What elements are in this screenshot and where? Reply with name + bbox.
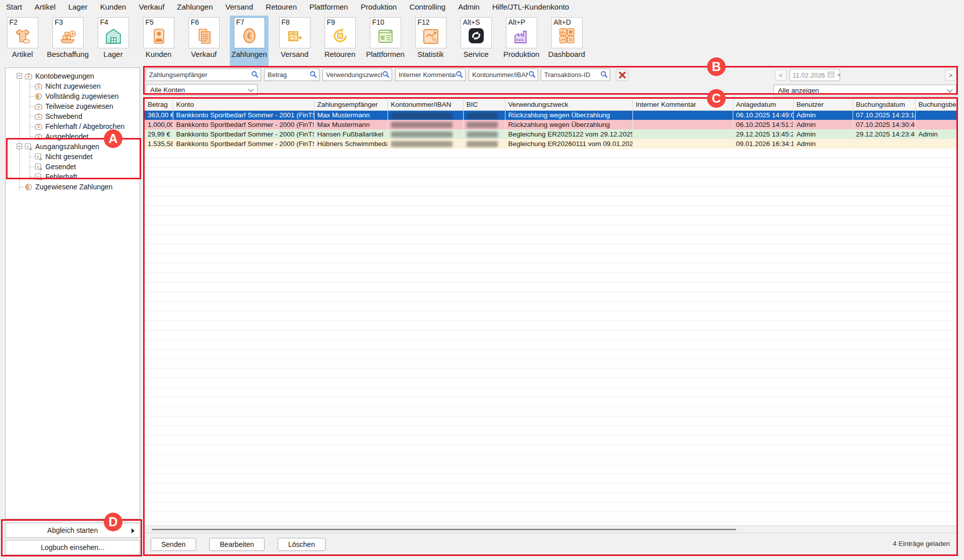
cell-purpose: Rückzahlung wegen Überzahlung	[505, 120, 632, 129]
date-next-button[interactable]: >	[945, 69, 956, 81]
column-header-benutzer[interactable]: Benutzer	[793, 99, 853, 110]
sidebar-item-gesendet[interactable]: €Gesendet	[6, 162, 140, 172]
sidebar-actions: Abgleich startenLogbuch einsehen...	[5, 523, 140, 557]
table-row[interactable]: 363,00 €Bankkonto Sportbedarf Sommer - 2…	[145, 110, 957, 120]
column-header-zahlungsempfänger[interactable]: Zahlungsempfänger	[314, 99, 388, 110]
menu-item-controlling[interactable]: Controlling	[409, 3, 445, 11]
menu-item-admin[interactable]: Admin	[458, 3, 480, 11]
sidebar-item-nicht-zugewiesen[interactable]: Nicht zugewiesen	[6, 81, 140, 91]
column-header-interner-kommentar[interactable]: Interner Kommentar	[632, 99, 733, 110]
menu-item-versand[interactable]: Versand	[225, 3, 253, 11]
menu-item-lager[interactable]: Lager	[68, 3, 87, 11]
column-header-buchungsbenu[interactable]: Buchungsbenu	[915, 99, 957, 110]
cell-user: Admin	[793, 110, 853, 120]
search-input-zahlungsempfänger[interactable]: Zahlungsempfänger	[146, 68, 261, 81]
svg-text:€: €	[27, 185, 30, 190]
search-input-betrag[interactable]: Betrag	[264, 68, 319, 81]
menu-item-kunden[interactable]: Kunden	[100, 3, 126, 11]
column-header-bic[interactable]: BIC	[463, 99, 505, 110]
menu-item-hilfe-jtl-kundenkonto[interactable]: Hilfe/JTL-Kundenkonto	[492, 3, 569, 11]
toolbar-button-lager[interactable]: F4Lager	[94, 16, 133, 66]
sidebar-item-ausgeblendet[interactable]: Ausgeblendet	[6, 131, 140, 142]
date-prev-button[interactable]: <	[775, 69, 787, 81]
column-header-betrag[interactable]: Betrag	[145, 99, 173, 110]
tree-expander-collapse[interactable]	[17, 73, 22, 79]
svg-text:%: %	[432, 37, 436, 42]
account-movements-icon	[34, 132, 43, 141]
menu-item-plattformen[interactable]: Plattformen	[309, 3, 348, 11]
sidebar-action-logbuch-einsehen[interactable]: Logbuch einsehen...	[5, 540, 140, 555]
horizontal-scrollbar[interactable]	[145, 525, 957, 533]
redacted-bic	[467, 113, 498, 119]
sidebar-action-abgleich-starten[interactable]: Abgleich starten	[5, 523, 140, 538]
accounts-dropdown[interactable]: Alle Konten	[146, 84, 258, 96]
sidebar-item-kontobewegungen[interactable]: Kontobewegungen	[6, 71, 140, 81]
search-input-kontonummer-iban[interactable]: Kontonummer/IBAN	[469, 68, 538, 81]
sidebar-item-teilweise-zugewiesen[interactable]: Teilweise zugewiesen	[6, 101, 140, 111]
toolbar-button-retouren[interactable]: F9Retouren	[320, 16, 359, 66]
svg-text:€: €	[27, 144, 29, 149]
shortcut-key-label: F9	[327, 18, 335, 26]
sidebar-item-zugewiesene-zahlungen[interactable]: €Zugewiesene Zahlungen	[6, 182, 140, 192]
search-input-verwendungszweck[interactable]: Verwendungszweck	[323, 68, 392, 81]
sidebar-item-label: Zugewiesene Zahlungen	[35, 183, 112, 191]
sidebar-item-fehlerhaft-abgebrochen[interactable]: Fehlerhaft / Abgebrochen	[6, 121, 140, 131]
toolbar-button-statistik[interactable]: F12%Statistik	[411, 16, 450, 66]
menu-item-verkauf[interactable]: Verkauf	[139, 3, 164, 11]
sidebar-item-fehlerhaft[interactable]: €Fehlerhaft	[6, 172, 140, 182]
cell-iban	[388, 110, 463, 120]
warehouse-icon	[104, 28, 122, 47]
table-row[interactable]: 29,99 €Bankkonto Sportbedarf Sommer - 20…	[145, 129, 957, 139]
toolbar-button-beschaffung[interactable]: F3Beschaffung	[48, 16, 87, 66]
sidebar-item-ausgangszahlungen[interactable]: €Ausgangszahlungen	[6, 142, 140, 152]
footer-button-bearbeiten[interactable]: Bearbeiten	[209, 538, 265, 551]
menu-item-artikel[interactable]: Artikel	[35, 3, 56, 11]
sidebar-item-schwebend[interactable]: Schwebend	[6, 111, 140, 121]
entries-loaded-status: 4 Einträge geladen	[893, 540, 950, 547]
cell-comment	[632, 120, 733, 129]
menu-item-retouren[interactable]: Retouren	[266, 3, 297, 11]
cell-iban	[388, 120, 463, 129]
sidebar-item-vollständig-zugewiesen[interactable]: €Vollständig zugewiesen	[6, 91, 140, 101]
column-header-anlagedatum[interactable]: Anlagedatum	[733, 99, 793, 110]
toolbar-button-produktion[interactable]: Alt+PProduktion	[502, 16, 541, 66]
column-header-konto[interactable]: Konto	[173, 99, 314, 110]
outgoing-payment-icon: €	[34, 173, 43, 181]
toolbar-button-kunden[interactable]: F5Kunden	[139, 16, 178, 66]
toolbar-button-artikel[interactable]: F2Artikel	[3, 16, 42, 66]
returns-arrow-icon	[331, 27, 349, 47]
table-row[interactable]: 1.000,00 €Bankkonto Sportbedarf Sommer -…	[145, 120, 957, 129]
account-movements-icon	[34, 112, 43, 121]
toolbar-button-service[interactable]: Alt+SService	[457, 16, 495, 66]
toolbar-button-verkauf[interactable]: F6Verkauf	[184, 16, 223, 66]
toolbar-button-versand[interactable]: F8Versand	[275, 16, 314, 66]
toolbar-button-plattformen[interactable]: F10Plattformen	[366, 16, 405, 66]
toolbar-button-zahlungen[interactable]: F7€Zahlungen	[230, 16, 269, 66]
shortcut-key-label: F12	[418, 18, 430, 26]
tree-expander-collapse[interactable]	[17, 144, 22, 149]
scrollbar-thumb[interactable]	[152, 529, 736, 530]
menu-item-zahlungen[interactable]: Zahlungen	[177, 3, 213, 11]
table-row[interactable]: 1.535,58 €Bankkonto Sportbedarf Sommer -…	[145, 139, 957, 149]
dashboard-grid-icon	[558, 27, 576, 47]
cell-bic	[463, 129, 505, 139]
toolbar-button-dashboard[interactable]: Alt+DDashboard	[547, 16, 586, 66]
sidebar-action-label: Logbuch einsehen...	[41, 543, 104, 551]
footer-button-löschen[interactable]: Löschen	[278, 538, 326, 551]
footer-button-senden[interactable]: Senden	[151, 538, 196, 551]
search-input-transaktions-id[interactable]: Transaktions-ID	[541, 68, 610, 81]
menu-item-start[interactable]: Start	[6, 3, 22, 11]
menu-item-produktion[interactable]: Produktion	[361, 3, 397, 11]
display-filter-dropdown[interactable]: Alle anzeigen	[774, 85, 956, 96]
date-field[interactable]: 11.02.2026	[790, 69, 840, 81]
search-input-interner-kommentar[interactable]: Interner Kommentar	[395, 68, 466, 81]
column-header-kontonummer-iban[interactable]: Kontonummer/IBAN	[388, 99, 463, 110]
cell-iban	[388, 129, 463, 139]
shortcut-key-label: Alt+S	[463, 18, 480, 26]
sales-doc-icon	[195, 28, 213, 47]
column-header-buchungsdatum[interactable]: Buchungsdatum	[853, 99, 915, 110]
calendar-icon	[827, 71, 834, 79]
clear-filters-button[interactable]	[616, 69, 628, 81]
column-header-verwendungszweck[interactable]: Verwendungszweck	[505, 99, 632, 110]
sidebar-item-nicht-gesendet[interactable]: €Nicht gesendet	[6, 152, 140, 162]
